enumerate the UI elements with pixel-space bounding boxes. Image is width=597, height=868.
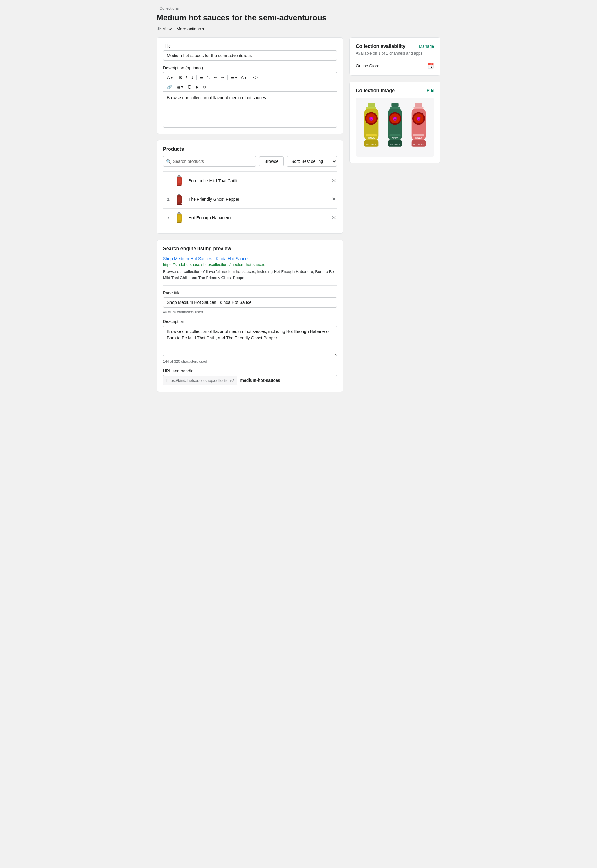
svg-text:😈: 😈 xyxy=(392,116,398,121)
bullet-list-button[interactable]: ☰ xyxy=(198,74,205,81)
page-title: Medium hot sauces for the semi-adventuro… xyxy=(156,13,441,22)
product-thumbnail xyxy=(174,175,185,186)
eye-icon: 👁 xyxy=(156,26,161,31)
image-button[interactable]: 🖼 xyxy=(186,84,193,90)
page-actions: 👁 View More actions ▾ xyxy=(156,26,441,31)
svg-rect-31 xyxy=(389,134,400,137)
svg-rect-13 xyxy=(178,215,181,220)
bottle-2-icon: 😈 KiNDA HOT SAUCE xyxy=(385,102,405,152)
channel-row: Online Store 📅 xyxy=(356,59,434,69)
ordered-list-button[interactable]: 1. xyxy=(205,74,212,81)
product-bottle-icon xyxy=(176,194,183,205)
text-color-button[interactable]: A ▾ xyxy=(239,74,248,81)
search-icon: 🔍 xyxy=(166,159,171,164)
seo-desc-input[interactable] xyxy=(163,326,337,356)
remove-product-button[interactable]: ✕ xyxy=(331,214,337,221)
bold-button[interactable]: B xyxy=(178,74,184,81)
font-size-button[interactable]: A ▾ xyxy=(166,74,174,81)
page-title-label: Page title xyxy=(163,291,337,295)
page-title-input[interactable] xyxy=(163,297,337,307)
sort-select[interactable]: Sort: Best selling xyxy=(287,156,337,166)
svg-text:😈: 😈 xyxy=(369,116,374,121)
block-button[interactable]: ⊘ xyxy=(201,84,208,90)
table-button[interactable]: ▦ ▾ xyxy=(175,84,185,90)
indent-in-button[interactable]: ⇥ xyxy=(219,74,226,81)
link-button[interactable]: 🔗 xyxy=(166,84,174,90)
seo-preview-desc: Browse our collection of flavorful mediu… xyxy=(163,269,337,280)
title-label: Title xyxy=(163,44,337,49)
right-column: Collection availability Manage Available… xyxy=(349,37,441,163)
collection-image-header: Collection image Edit xyxy=(356,88,434,93)
indent-out-button[interactable]: ⇤ xyxy=(212,74,219,81)
svg-rect-35 xyxy=(415,102,422,107)
left-column: Title Description (optional) A ▾ B I U ☰… xyxy=(156,37,343,392)
product-thumbnail xyxy=(174,194,185,205)
svg-rect-15 xyxy=(368,102,375,107)
svg-text:KiNDA: KiNDA xyxy=(392,137,398,139)
bottle-3-icon: 😈 KiNDA HOT SAUCE xyxy=(408,102,429,152)
svg-text:HOT SAUCE: HOT SAUCE xyxy=(366,144,376,145)
toolbar-divider4 xyxy=(249,75,250,80)
collection-image-title: Collection image xyxy=(356,88,395,93)
breadcrumb-link[interactable]: Collections xyxy=(160,6,179,10)
svg-rect-3 xyxy=(178,178,181,183)
seo-preview-title: Shop Medium Hot Sauces | Kinda Hot Sauce xyxy=(163,256,337,261)
manage-link[interactable]: Manage xyxy=(419,44,434,49)
svg-text:HOT SAUCE: HOT SAUCE xyxy=(390,144,400,145)
product-name: The Friendly Ghost Pepper xyxy=(189,197,327,202)
product-bottle-icon xyxy=(176,175,183,186)
editor-toolbar-row2: 🔗 ▦ ▾ 🖼 ▶ ⊘ xyxy=(163,83,337,91)
description-editor[interactable]: Browse our collection of flavorful mediu… xyxy=(163,91,337,128)
bottles-container: 😈 KiNDA HOT SAUCE xyxy=(361,102,429,152)
editor-toolbar-row1: A ▾ B I U ☰ 1. ⇤ ⇥ ☰ ▾ A ▾ <> xyxy=(163,72,337,83)
description-label: Description (optional) xyxy=(163,65,337,70)
more-actions-button[interactable]: More actions ▾ xyxy=(177,27,205,31)
remove-product-button[interactable]: ✕ xyxy=(331,177,337,184)
product-name: Born to be Mild Thai Chilli xyxy=(189,178,327,183)
browse-button[interactable]: Browse xyxy=(259,156,284,166)
availability-title: Collection availability xyxy=(356,44,405,49)
svg-rect-9 xyxy=(177,204,182,205)
underline-button[interactable]: U xyxy=(189,74,195,81)
svg-text:KiNDA: KiNDA xyxy=(368,137,375,139)
toolbar-divider xyxy=(176,75,176,80)
svg-rect-4 xyxy=(177,185,182,186)
product-list: 1. Born to be Mild Thai Chilli ✕ xyxy=(163,171,337,227)
svg-text:😈: 😈 xyxy=(416,116,421,121)
url-handle-input[interactable] xyxy=(237,375,337,385)
collection-image-box: 😈 KiNDA HOT SAUCE xyxy=(356,98,434,157)
page-title-char-count: 40 of 70 characters used xyxy=(163,310,337,314)
toolbar-divider2 xyxy=(196,75,197,80)
code-button[interactable]: <> xyxy=(251,74,259,81)
chevron-down-icon: ▾ xyxy=(202,27,205,31)
product-number: 2. xyxy=(163,197,170,202)
remove-product-button[interactable]: ✕ xyxy=(331,196,337,203)
products-search-row: 🔍 Browse Sort: Best selling xyxy=(163,156,337,166)
breadcrumb-chevron: ‹ xyxy=(156,7,158,10)
channel-name: Online Store xyxy=(356,63,380,68)
title-input[interactable] xyxy=(163,50,337,61)
svg-text:HOT SAUCE: HOT SAUCE xyxy=(413,144,424,145)
table-row: 2. The Friendly Ghost Pepper ✕ xyxy=(163,190,337,209)
availability-card: Collection availability Manage Available… xyxy=(349,37,441,76)
seo-divider xyxy=(163,285,337,286)
italic-button[interactable]: I xyxy=(184,74,189,81)
availability-header: Collection availability Manage xyxy=(356,44,434,49)
table-row: 1. Born to be Mild Thai Chilli ✕ xyxy=(163,172,337,190)
seo-card: Search engine listing preview Shop Mediu… xyxy=(156,240,343,392)
search-wrapper: 🔍 xyxy=(163,156,256,166)
align-button[interactable]: ☰ ▾ xyxy=(229,74,239,81)
svg-rect-41 xyxy=(413,134,424,137)
svg-rect-8 xyxy=(178,197,181,202)
svg-rect-14 xyxy=(177,222,182,223)
search-input[interactable] xyxy=(163,156,256,166)
calendar-icon: 📅 xyxy=(428,62,434,69)
edit-image-link[interactable]: Edit xyxy=(427,88,434,93)
view-button[interactable]: 👁 View xyxy=(156,26,172,31)
bottle-1-icon: 😈 KiNDA HOT SAUCE xyxy=(361,102,382,152)
product-number: 3. xyxy=(163,216,170,220)
product-number: 1. xyxy=(163,179,170,183)
page-container: ‹ Collections Medium hot sauces for the … xyxy=(149,0,448,404)
video-button[interactable]: ▶ xyxy=(194,84,200,90)
product-bottle-icon xyxy=(176,212,183,223)
